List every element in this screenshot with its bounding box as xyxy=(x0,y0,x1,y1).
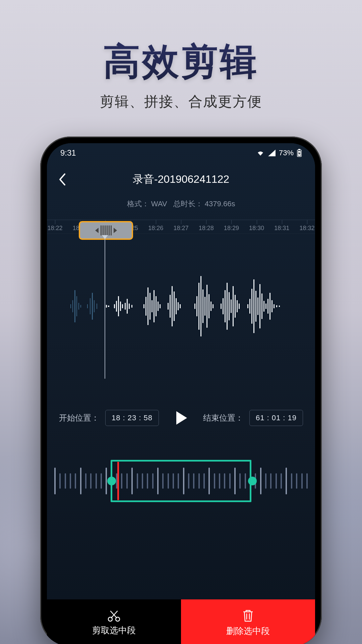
waveform-view[interactable] xyxy=(47,236,315,377)
delete-selection-button[interactable]: 删除选中段 xyxy=(181,599,315,644)
svg-rect-24 xyxy=(131,305,132,308)
svg-rect-42 xyxy=(196,296,197,316)
svg-rect-62 xyxy=(249,299,250,314)
svg-rect-41 xyxy=(194,304,195,309)
svg-rect-9 xyxy=(87,304,88,308)
svg-rect-19 xyxy=(120,302,121,311)
svg-rect-68 xyxy=(261,293,262,319)
delete-button-label: 删除选中段 xyxy=(226,625,270,637)
svg-rect-71 xyxy=(267,299,268,314)
play-icon xyxy=(173,410,189,426)
ruler-tick-label: 18:27 xyxy=(173,225,188,232)
svg-rect-60 xyxy=(239,304,240,309)
ruler-tick-label: 18:29 xyxy=(224,225,239,232)
trash-icon xyxy=(242,609,254,623)
svg-rect-10 xyxy=(90,298,90,314)
svg-rect-14 xyxy=(106,305,107,308)
svg-rect-3 xyxy=(70,304,71,308)
duration-label: 总时长： xyxy=(173,200,203,208)
chevron-left-icon xyxy=(59,173,66,185)
range-cursor[interactable] xyxy=(117,462,119,500)
bottom-action-bar: 剪取选中段 删除选中段 xyxy=(47,599,315,644)
promo-title: 高效剪辑 xyxy=(0,37,362,87)
end-position-value[interactable]: 61 : 01 : 19 xyxy=(249,410,303,426)
svg-rect-28 xyxy=(149,293,150,320)
svg-rect-35 xyxy=(170,295,171,318)
back-button[interactable] xyxy=(55,172,70,187)
play-button[interactable] xyxy=(170,407,192,429)
waveform-icon xyxy=(47,236,315,377)
svg-rect-58 xyxy=(235,295,236,318)
svg-rect-69 xyxy=(263,301,264,312)
ruler-tick-label: 18:26 xyxy=(148,225,163,232)
svg-rect-74 xyxy=(274,304,275,308)
grip-icon xyxy=(101,225,112,235)
svg-rect-16 xyxy=(114,304,115,308)
file-meta: 格式： WAV 总时长： 4379.66s xyxy=(47,199,315,209)
svg-rect-33 xyxy=(160,304,161,308)
svg-rect-23 xyxy=(129,304,130,309)
ruler-tick-label: 18:30 xyxy=(249,225,264,232)
svg-rect-6 xyxy=(76,296,77,316)
svg-rect-38 xyxy=(176,298,177,314)
svg-rect-32 xyxy=(158,302,159,311)
svg-rect-70 xyxy=(265,304,266,309)
battery-text: 73% xyxy=(279,149,294,157)
svg-rect-17 xyxy=(116,301,117,312)
svg-rect-21 xyxy=(125,303,126,310)
svg-rect-8 xyxy=(80,305,81,308)
ruler-tick-label: 18:22 xyxy=(47,225,62,232)
cut-selection-button[interactable]: 剪取选中段 xyxy=(47,599,181,644)
status-bar: 9:31 73% xyxy=(47,143,315,163)
format-label: 格式： xyxy=(127,200,149,208)
svg-rect-13 xyxy=(97,304,97,309)
start-position-label: 开始位置： xyxy=(59,413,99,423)
svg-rect-18 xyxy=(118,296,119,316)
svg-rect-25 xyxy=(143,304,144,308)
svg-rect-11 xyxy=(92,293,93,320)
start-position-value[interactable]: 18 : 23 : 58 xyxy=(105,410,159,426)
svg-rect-43 xyxy=(198,283,199,330)
svg-rect-37 xyxy=(174,291,175,321)
svg-rect-53 xyxy=(225,290,226,322)
svg-rect-66 xyxy=(257,298,258,315)
svg-rect-12 xyxy=(94,300,95,312)
svg-rect-40 xyxy=(180,304,181,308)
selection-box[interactable] xyxy=(111,460,251,502)
svg-rect-48 xyxy=(208,294,209,318)
svg-rect-63 xyxy=(251,289,252,324)
signal-icon xyxy=(268,150,276,156)
svg-rect-75 xyxy=(276,305,277,307)
position-controls: 开始位置： 18 : 23 : 58 结束位置： 61 : 01 : 19 xyxy=(47,407,315,429)
scissors-icon xyxy=(107,610,121,622)
svg-rect-31 xyxy=(156,296,157,316)
svg-rect-59 xyxy=(237,300,238,312)
svg-rect-61 xyxy=(247,304,248,308)
svg-rect-76 xyxy=(279,306,280,307)
svg-rect-54 xyxy=(227,283,228,330)
svg-rect-36 xyxy=(172,286,173,326)
svg-rect-49 xyxy=(210,302,212,311)
svg-rect-30 xyxy=(154,290,155,322)
svg-rect-46 xyxy=(204,297,205,316)
range-handle-right[interactable] xyxy=(248,477,257,485)
range-handle-left[interactable] xyxy=(107,477,116,485)
range-selector[interactable] xyxy=(54,456,308,506)
svg-rect-27 xyxy=(147,287,148,325)
svg-rect-64 xyxy=(253,279,254,333)
wifi-icon xyxy=(256,150,265,156)
ruler-tick-label: 18:31 xyxy=(274,225,289,232)
svg-rect-57 xyxy=(233,286,234,326)
svg-rect-52 xyxy=(223,298,224,314)
svg-rect-45 xyxy=(202,289,203,323)
arrow-left-icon xyxy=(95,228,99,233)
svg-rect-29 xyxy=(152,300,153,312)
cut-button-label: 剪取选中段 xyxy=(92,625,136,636)
ruler-tick-label: 18:28 xyxy=(199,225,214,232)
svg-rect-67 xyxy=(259,284,260,328)
svg-rect-47 xyxy=(206,285,207,328)
arrow-right-icon xyxy=(114,228,117,233)
svg-rect-73 xyxy=(272,300,273,312)
ruler-tick-label: 18:32 xyxy=(299,225,314,232)
svg-rect-26 xyxy=(145,297,146,316)
